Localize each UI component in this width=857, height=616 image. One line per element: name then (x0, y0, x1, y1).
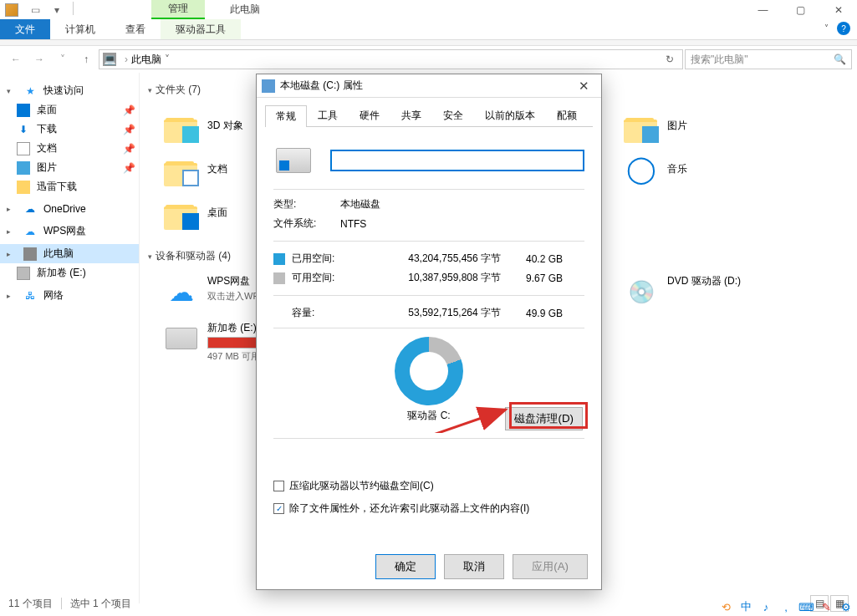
properties-table: 类型:本地磁盘 文件系统:NTFS 已用空间:43,204,755,456 字节… (273, 195, 584, 323)
back-button[interactable]: ← (5, 48, 27, 70)
free-swatch (273, 272, 285, 284)
titlebar: ▭ ▾ 管理 此电脑 — ▢ ✕ (0, 0, 857, 19)
dialog-body: 类型:本地磁盘 文件系统:NTFS 已用空间:43,204,755,456 字节… (257, 127, 601, 531)
properties-dialog: 本地磁盘 (C:) 属性 ✕ 常规 工具 硬件 共享 安全 以前的版本 配额 类… (256, 74, 602, 590)
onedrive-icon: ☁ (23, 202, 37, 216)
system-tray: ⟲ 中 ♪ , ⌨ ✎ ⚙ (718, 599, 854, 614)
tray-icon[interactable]: ⟲ (718, 599, 733, 614)
dialog-title: 本地磁盘 (C:) 属性 (280, 79, 363, 93)
search-input[interactable]: 搜索"此电脑" 🔍 (685, 49, 852, 69)
pin-icon: 📌 (123, 104, 135, 116)
close-button[interactable]: ✕ (819, 1, 857, 19)
breadcrumb-location[interactable]: 此电脑 (131, 53, 161, 67)
tray-keyboard-icon[interactable]: ⌨ (798, 599, 814, 614)
apply-button[interactable]: 应用(A) (513, 554, 588, 579)
qat-properties-icon[interactable]: ▭ (27, 2, 43, 18)
sidebar-item-pictures[interactable]: 图片📌 (0, 158, 139, 177)
tab-security[interactable]: 安全 (432, 104, 474, 126)
drive-icon (273, 140, 314, 181)
folder-item-music[interactable]: ◯音乐 (621, 149, 822, 189)
tab-quota[interactable]: 配额 (546, 104, 588, 126)
refresh-icon[interactable]: ↻ (661, 53, 679, 65)
network-icon: 🖧 (23, 289, 37, 303)
search-icon[interactable]: 🔍 (834, 53, 846, 65)
breadcrumb-sep: › (125, 53, 128, 65)
tab-general[interactable]: 常规 (265, 105, 307, 127)
tab-tools[interactable]: 工具 (307, 104, 349, 126)
separator (73, 2, 74, 15)
tray-icon[interactable]: ✎ (819, 599, 834, 614)
ribbon-body: ˅ ? (0, 40, 857, 46)
cancel-button[interactable]: 取消 (444, 554, 504, 579)
tray-icon[interactable]: ⚙ (839, 599, 854, 614)
tab-previous[interactable]: 以前的版本 (474, 104, 546, 126)
breadcrumb-dropdown-icon[interactable]: ˅ (161, 53, 173, 65)
folder-item-pictures[interactable]: 图片 (621, 105, 822, 145)
sidebar-item-downloads[interactable]: ⬇下载📌 (0, 120, 139, 139)
music-icon: ◯ (624, 151, 659, 186)
qat-undo-icon[interactable]: ▾ (48, 2, 65, 18)
tray-ime-icon[interactable]: 中 (738, 599, 753, 614)
folder-icon (624, 108, 659, 143)
wps-icon: ☁ (23, 225, 37, 238)
download-icon: ⬇ (17, 123, 30, 136)
index-checkbox-row[interactable]: ✓除了文件属性外，还允许索引此驱动器上文件的内容(I) (273, 501, 584, 516)
selected-count: 选中 1 个项目 (70, 597, 131, 611)
dialog-titlebar[interactable]: 本地磁盘 (C:) 属性 ✕ (257, 74, 601, 98)
desktop-icon (17, 104, 30, 117)
sidebar-network[interactable]: ▸🖧网络 (0, 286, 139, 305)
up-button[interactable]: ↑ (75, 48, 97, 70)
maximize-button[interactable]: ▢ (782, 1, 819, 19)
address-bar[interactable]: 💻 › 此电脑 ˅ ↻ (99, 49, 683, 69)
ribbon-tab-computer[interactable]: 计算机 (50, 19, 110, 39)
sidebar-item-desktop[interactable]: 桌面📌 (0, 100, 139, 120)
thispc-icon (23, 247, 37, 261)
checkbox-unchecked[interactable] (273, 481, 284, 491)
document-icon (17, 142, 30, 155)
device-item-dvd[interactable]: 💿 DVD 驱动器 (D:) (621, 272, 822, 312)
forward-button[interactable]: → (28, 48, 50, 70)
pictures-icon (17, 161, 30, 175)
tab-sharing[interactable]: 共享 (390, 104, 432, 126)
pin-icon: 📌 (123, 124, 135, 135)
capacity-donut (395, 337, 463, 405)
used-swatch (273, 253, 285, 265)
ribbon-tab-drivetools[interactable]: 驱动器工具 (161, 19, 241, 39)
ribbon-tabs: 文件 计算机 查看 驱动器工具 (0, 19, 857, 40)
ribbon-toggle-icon[interactable]: ˅ (824, 23, 829, 33)
ok-button[interactable]: 确定 (375, 554, 436, 579)
tray-icon[interactable]: ♪ (758, 599, 773, 614)
dialog-tabs: 常规 工具 硬件 共享 安全 以前的版本 配额 (265, 104, 593, 127)
sidebar-thispc[interactable]: ▸此电脑 (0, 244, 139, 263)
folder-icon (164, 195, 199, 230)
sidebar-onedrive[interactable]: ▸☁OneDrive (0, 200, 139, 218)
sidebar-item-drive-e[interactable]: 新加卷 (E:) (0, 263, 139, 283)
search-placeholder: 搜索"此电脑" (691, 53, 748, 67)
help-icon[interactable]: ? (837, 22, 850, 35)
file-tab[interactable]: 文件 (0, 19, 50, 39)
pc-icon: 💻 (103, 53, 116, 66)
minimize-button[interactable]: — (744, 1, 782, 19)
checkbox-checked[interactable]: ✓ (273, 503, 284, 514)
recent-button[interactable]: ˅ (52, 48, 74, 70)
tab-hardware[interactable]: 硬件 (349, 104, 390, 126)
drive-icon (17, 267, 30, 280)
sidebar-wps[interactable]: ▸☁WPS网盘 (0, 221, 139, 241)
sidebar: ▾★快速访问 桌面📌 ⬇下载📌 文档📌 图片📌 迅雷下载 ▸☁OneDrive … (0, 73, 140, 603)
tray-icon[interactable]: , (778, 599, 793, 614)
drive-icon (262, 79, 275, 93)
folder-icon (164, 151, 199, 186)
address-row: ← → ˅ ↑ 💻 › 此电脑 ˅ ↻ 搜索"此电脑" 🔍 (0, 46, 857, 73)
sidebar-item-xunlei[interactable]: 迅雷下载 (0, 177, 139, 196)
sidebar-quickaccess[interactable]: ▾★快速访问 (0, 81, 139, 100)
compress-checkbox-row[interactable]: 压缩此驱动器以节约磁盘空间(C) (273, 479, 584, 493)
ribbon-tab-view[interactable]: 查看 (110, 19, 161, 39)
dialog-close-button[interactable]: ✕ (571, 79, 596, 94)
sidebar-item-documents[interactable]: 文档📌 (0, 139, 139, 158)
wps-cloud-icon: ☁ (164, 274, 199, 309)
star-icon: ★ (23, 84, 37, 98)
drive-icon (164, 321, 199, 356)
disk-cleanup-button[interactable]: 磁盘清理(D) (505, 407, 583, 430)
folder-icon (17, 181, 30, 194)
drive-name-input[interactable] (330, 150, 584, 171)
